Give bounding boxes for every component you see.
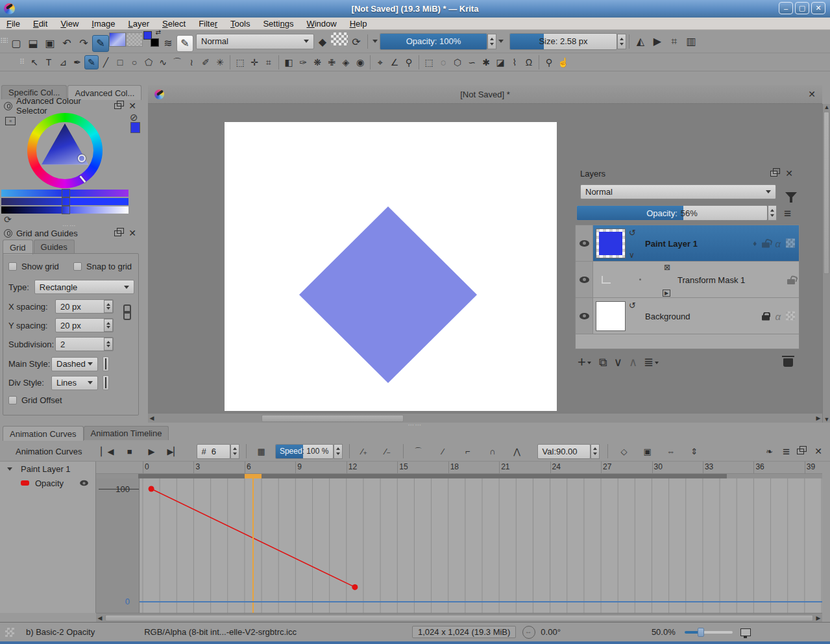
- keyframe-point[interactable]: [149, 486, 154, 492]
- float-docker-icon[interactable]: [114, 103, 121, 109]
- menu-image[interactable]: Image: [85, 19, 121, 29]
- close-document-icon[interactable]: ✕: [807, 89, 817, 99]
- opacity-spinner[interactable]: [487, 34, 496, 49]
- scroll-up-icon[interactable]: ▲: [823, 104, 830, 110]
- keyframe-point[interactable]: [352, 584, 358, 590]
- playhead-block[interactable]: [245, 474, 262, 478]
- fit-horizontal-icon[interactable]: ⇔: [663, 443, 679, 460]
- magnetic-select-tool[interactable]: ⌇: [507, 55, 522, 69]
- main-style-color-button[interactable]: [103, 356, 109, 371]
- menu-filter[interactable]: Filter: [192, 19, 224, 29]
- toolbar-drag-handle[interactable]: ⠿⠿: [0, 37, 8, 45]
- drop-frames-icon[interactable]: ▦: [253, 443, 270, 460]
- layer-visibility-toggle[interactable]: [576, 225, 593, 261]
- calligraphy-tool[interactable]: ✒: [70, 55, 84, 69]
- polygon-tool[interactable]: ⬠: [141, 55, 156, 69]
- previous-keyframe-button[interactable]: ▏◀: [99, 443, 116, 460]
- fit-to-screen-icon[interactable]: [740, 628, 751, 636]
- scroll-right-icon[interactable]: ▶: [814, 415, 822, 421]
- polyline-tool[interactable]: ∿: [156, 55, 170, 69]
- scroll-left-icon[interactable]: ◀: [96, 615, 104, 621]
- scroll-down-icon[interactable]: ▼: [823, 416, 830, 423]
- zoom-to-curve-icon[interactable]: ◇: [616, 443, 633, 460]
- scroll-left-icon[interactable]: ◀: [148, 415, 156, 421]
- opacity-presets-dropdown[interactable]: [371, 38, 380, 44]
- color-selector-handle[interactable]: [78, 155, 86, 162]
- saturation-bar[interactable]: [1, 198, 128, 205]
- canvas-rotation-icon[interactable]: [522, 626, 535, 639]
- hscroll-thumb[interactable]: [105, 615, 813, 621]
- value-spinbox[interactable]: Val:90.00: [537, 444, 591, 459]
- workspace-chooser-icon[interactable]: ▥: [683, 33, 700, 50]
- color-sampler-tool[interactable]: ✑: [296, 55, 310, 69]
- y-spacing-spinbox[interactable]: 20 px: [55, 318, 114, 332]
- layer-properties-button[interactable]: ≣: [644, 355, 660, 369]
- onion-skin-badge-icon[interactable]: ↺: [629, 301, 636, 310]
- lock-icon[interactable]: [762, 316, 770, 321]
- layer-visibility-toggle[interactable]: [576, 262, 593, 297]
- collapse-icon[interactable]: [5, 466, 14, 472]
- animation-menu-icon[interactable]: ≡: [778, 443, 795, 460]
- grid-offset-checkbox[interactable]: [8, 396, 17, 404]
- text-tool[interactable]: T: [42, 55, 56, 69]
- channel-visibility-icon[interactable]: [80, 480, 88, 486]
- bezier-curve-tool[interactable]: ⌒: [170, 55, 184, 69]
- layer-row-background[interactable]: ↺ Background α: [576, 298, 799, 334]
- brush-preset-icon[interactable]: ✎: [177, 35, 193, 52]
- freehand-select-tool[interactable]: ∽: [465, 55, 479, 69]
- animation-frame-ruler[interactable]: 036912151821242730333639: [96, 462, 822, 474]
- playhead-line[interactable]: [252, 478, 254, 613]
- menu-file[interactable]: File: [0, 19, 27, 29]
- undo-icon[interactable]: ↶: [58, 35, 75, 52]
- docker-lock-icon[interactable]: [4, 229, 12, 238]
- channel-opacity-row[interactable]: Opacity: [0, 476, 95, 490]
- show-grid-checkbox[interactable]: [8, 262, 17, 271]
- expand-layer-icon[interactable]: ∨: [629, 251, 635, 260]
- measure-tool[interactable]: ∠: [387, 55, 402, 69]
- layer-name[interactable]: Paint Layer 1: [645, 238, 698, 248]
- blend-mode-dropdown[interactable]: Normal: [196, 34, 314, 49]
- grid-type-dropdown[interactable]: Rectangle: [34, 280, 134, 294]
- menu-tools[interactable]: Tools: [224, 19, 256, 29]
- add-keyframe-icon[interactable]: ∕₊: [356, 443, 373, 460]
- crop-tool[interactable]: ⌗: [262, 55, 276, 69]
- channel-layer-row[interactable]: Paint Layer 1: [0, 462, 95, 476]
- speed-spinner[interactable]: [334, 444, 343, 459]
- snap-to-grid-checkbox[interactable]: [73, 262, 82, 271]
- move-layer-up-button[interactable]: ∧: [629, 355, 637, 369]
- new-document-icon[interactable]: ▢: [8, 35, 25, 52]
- elliptical-select-tool[interactable]: ◌: [436, 55, 450, 69]
- value-bar[interactable]: [1, 206, 128, 214]
- close-docker-icon[interactable]: ✕: [127, 228, 138, 238]
- opacity-curve[interactable]: [96, 478, 822, 613]
- pan-tool[interactable]: ☝: [556, 55, 570, 69]
- speed-slider[interactable]: Speed : 100 %: [275, 444, 334, 459]
- close-docker-icon[interactable]: ✕: [127, 101, 138, 111]
- layer-blend-mode-dropdown[interactable]: Normal: [580, 184, 776, 199]
- inherit-alpha-icon[interactable]: [786, 239, 795, 248]
- eraser-toggle-icon[interactable]: ◆: [314, 34, 331, 51]
- transform-mask-badge-icon[interactable]: ⊠: [664, 263, 670, 272]
- remove-keyframe-icon[interactable]: ∕₋: [380, 443, 397, 460]
- tab-guides[interactable]: Guides: [34, 240, 75, 254]
- gradient-options-icon[interactable]: ≋: [160, 35, 177, 52]
- hscroll-thumb[interactable]: [262, 415, 404, 422]
- scroll-right-icon[interactable]: ▶: [814, 615, 822, 621]
- onion-skin-icon[interactable]: ❧: [761, 443, 778, 460]
- play-button[interactable]: ▶: [143, 443, 160, 460]
- delete-layer-button[interactable]: [783, 358, 793, 367]
- lock-open-icon[interactable]: [762, 243, 770, 248]
- x-spacing-spinbox[interactable]: 20 px: [55, 299, 114, 314]
- edit-shapes-tool[interactable]: ⊿: [56, 55, 70, 69]
- trim-to-image-icon[interactable]: ⌗: [666, 33, 683, 50]
- value-spinner[interactable]: [591, 444, 600, 459]
- div-style-dropdown[interactable]: Lines: [51, 376, 98, 390]
- toolbox-drag-handle[interactable]: ⠿: [19, 58, 27, 66]
- fg-bg-color-icon[interactable]: ⇄: [143, 31, 160, 47]
- zoom-to-fit-icon[interactable]: ▣: [639, 443, 656, 460]
- assistants-tool[interactable]: ⌖: [373, 55, 387, 69]
- line-tool[interactable]: ╱: [99, 55, 113, 69]
- ease-out-icon[interactable]: ⋀: [509, 443, 526, 460]
- enclose-fill-tool[interactable]: ◉: [353, 55, 367, 69]
- mirror-vertical-icon[interactable]: ▶: [649, 33, 666, 50]
